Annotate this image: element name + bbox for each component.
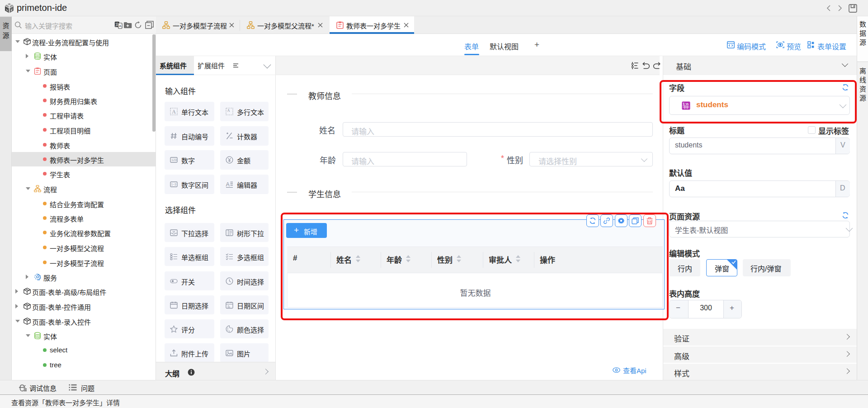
svg-text:1~3: 1~3 <box>171 183 176 186</box>
svg-text:123: 123 <box>171 158 177 161</box>
svg-text:A: A <box>119 24 122 28</box>
svg-text:A: A <box>226 181 230 188</box>
svg-text:A: A <box>227 109 230 113</box>
svg-text:A: A <box>172 109 176 115</box>
